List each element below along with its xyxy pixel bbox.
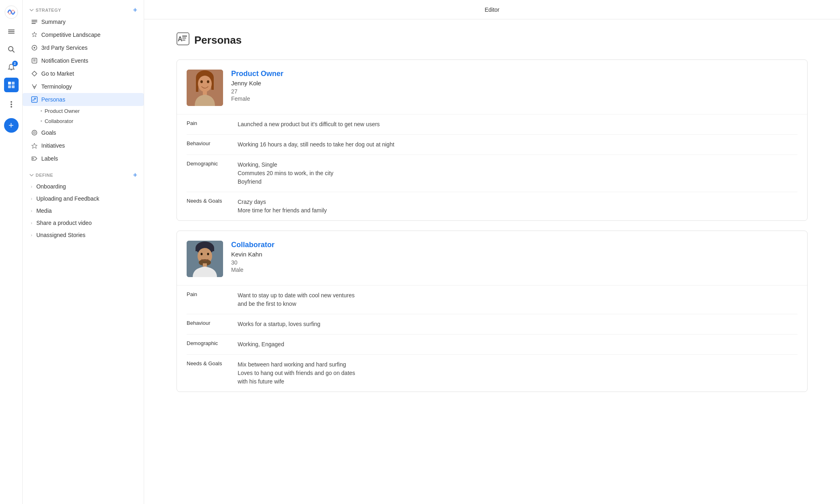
svg-point-26 [34, 132, 35, 133]
sidebar-item-onboarding[interactable]: › Onboarding [23, 180, 144, 193]
persona-details-jenny: Pain Launched a new product but it's dif… [177, 114, 807, 220]
svg-point-38 [200, 80, 203, 83]
behaviour-value-jenny: Working 16 hours a day, still needs to t… [238, 140, 394, 149]
sidebar-item-thirdparty[interactable]: 3rd Party Services [23, 41, 144, 54]
persona-role-jenny: Product Owner [231, 70, 283, 78]
initiatives-icon [31, 142, 38, 149]
avatar-kevin [187, 241, 223, 277]
svg-rect-14 [32, 23, 36, 24]
hamburger-menu[interactable] [4, 24, 19, 39]
pain-value-kevin: Want to stay up to date with cool new ve… [238, 291, 355, 308]
notification-badge: 2 [12, 61, 18, 66]
sidebar-item-uploading[interactable]: › Uploading and Feedback [23, 193, 144, 205]
persona-top-product-owner: Product Owner Jenny Kole 27 Female [177, 60, 807, 114]
terminology-icon [31, 83, 38, 90]
strategy-section-label: STRATEGY [29, 8, 61, 13]
svg-rect-5 [8, 82, 11, 85]
persona-card-product-owner: Product Owner Jenny Kole 27 Female Pain … [177, 59, 808, 221]
persona-gender-jenny: Female [231, 95, 283, 102]
sidebar-subitem-product-owner[interactable]: Product Owner [23, 106, 144, 116]
svg-rect-19 [33, 61, 36, 61]
persona-info-jenny: Product Owner Jenny Kole 27 Female [231, 70, 283, 102]
personas-icon: A [31, 96, 38, 103]
sidebar-item-initiatives[interactable]: Initiatives [23, 139, 144, 152]
competitive-icon [31, 31, 38, 38]
detail-behaviour-jenny: Behaviour Working 16 hours a day, still … [187, 135, 797, 155]
persona-age-jenny: 27 [231, 88, 283, 95]
persona-gender-kevin: Male [231, 267, 274, 273]
add-button[interactable]: + [4, 118, 19, 133]
sidebar-item-terminology[interactable]: Terminology [23, 80, 144, 93]
labels-icon [31, 155, 38, 162]
page-header-icon: A [177, 32, 189, 48]
persona-info-kevin: Collaborator Kevin Kahn 30 Male [231, 241, 274, 273]
sidebar-item-labels[interactable]: Labels [23, 152, 144, 165]
behaviour-label: Behaviour [187, 140, 231, 146]
strategy-section-header[interactable]: STRATEGY + [23, 3, 144, 15]
detail-demographic-kevin: Demographic Working, Engaged [187, 335, 797, 355]
svg-point-11 [11, 106, 12, 108]
svg-text:A: A [178, 36, 183, 42]
icon-rail: 2 + [0, 0, 23, 504]
sidebar-item-media[interactable]: › Media [23, 205, 144, 217]
notifications-icon-btn[interactable]: 2 [4, 60, 19, 74]
sidebar-item-gotomarket[interactable]: Go to Market [23, 67, 144, 80]
svg-rect-2 [8, 31, 15, 32]
demographic-value-kevin: Working, Engaged [238, 340, 284, 349]
topbar: Editor [144, 0, 840, 19]
sidebar-item-personas[interactable]: A Personas [23, 93, 144, 106]
sidebar-item-unassigned[interactable]: › Unassigned Stories [23, 229, 144, 241]
svg-rect-13 [32, 21, 37, 22]
svg-rect-1 [8, 30, 15, 30]
detail-needs-kevin: Needs & Goals Mix between hard working a… [187, 355, 797, 392]
svg-point-47 [207, 253, 209, 255]
sidebar-item-goals[interactable]: Goals [23, 126, 144, 139]
onboarding-chevron: › [31, 184, 32, 189]
demographic-label-kevin: Demographic [187, 340, 231, 346]
detail-pain-kevin: Pain Want to stay up to date with cool n… [187, 286, 797, 314]
board-icon-btn[interactable] [4, 78, 19, 92]
content-area: A Personas [144, 19, 840, 504]
svg-point-39 [207, 80, 209, 83]
app-logo[interactable] [4, 5, 19, 21]
svg-rect-31 [182, 38, 186, 38]
sidebar-item-notification[interactable]: Notification Events [23, 54, 144, 67]
detail-needs-jenny: Needs & Goals Crazy days More time for h… [187, 192, 797, 220]
persona-details-kevin: Pain Want to stay up to date with cool n… [177, 286, 807, 392]
svg-rect-7 [8, 85, 11, 88]
share-video-chevron: › [31, 220, 32, 225]
search-icon-btn[interactable] [4, 42, 19, 57]
svg-rect-12 [32, 20, 37, 21]
sidebar-item-summary[interactable]: Summary [23, 15, 144, 28]
svg-text:A: A [32, 98, 35, 102]
define-section-header[interactable]: DEFINE + [23, 168, 144, 180]
svg-rect-3 [8, 33, 15, 34]
persona-top-collaborator: Collaborator Kevin Kahn 30 Male [177, 231, 807, 286]
sidebar-item-competitive[interactable]: Competitive Landscape [23, 28, 144, 41]
svg-rect-18 [33, 59, 36, 60]
sidebar-subitem-collaborator[interactable]: Collaborator [23, 116, 144, 126]
svg-point-37 [198, 76, 212, 92]
summary-icon [31, 18, 38, 25]
pain-value-jenny: Launched a new product but it's difficul… [238, 120, 380, 129]
detail-behaviour-kevin: Behaviour Works for a startup, loves sur… [187, 314, 797, 335]
main-content: Editor A Personas [144, 0, 840, 504]
page-header: A Personas [177, 32, 808, 48]
svg-point-9 [11, 101, 12, 103]
svg-point-10 [11, 104, 12, 105]
topbar-title: Editor [485, 6, 500, 13]
strategy-add-btn[interactable]: + [133, 6, 137, 14]
demographic-value-jenny: Working, Single Commutes 20 mins to work… [238, 161, 334, 186]
define-add-btn[interactable]: + [133, 172, 137, 179]
pain-label-kevin: Pain [187, 291, 231, 297]
svg-rect-30 [182, 36, 187, 37]
persona-name-kevin: Kevin Kahn [231, 251, 274, 258]
svg-point-16 [34, 47, 35, 49]
define-section-label: DEFINE [29, 173, 53, 178]
notification-icon [31, 57, 38, 64]
more-options-btn[interactable] [4, 97, 19, 112]
needs-label-kevin: Needs & Goals [187, 360, 231, 366]
detail-demographic-jenny: Demographic Working, Single Commutes 20 … [187, 155, 797, 192]
svg-rect-6 [12, 82, 15, 85]
sidebar-item-share-video[interactable]: › Share a product video [23, 217, 144, 229]
